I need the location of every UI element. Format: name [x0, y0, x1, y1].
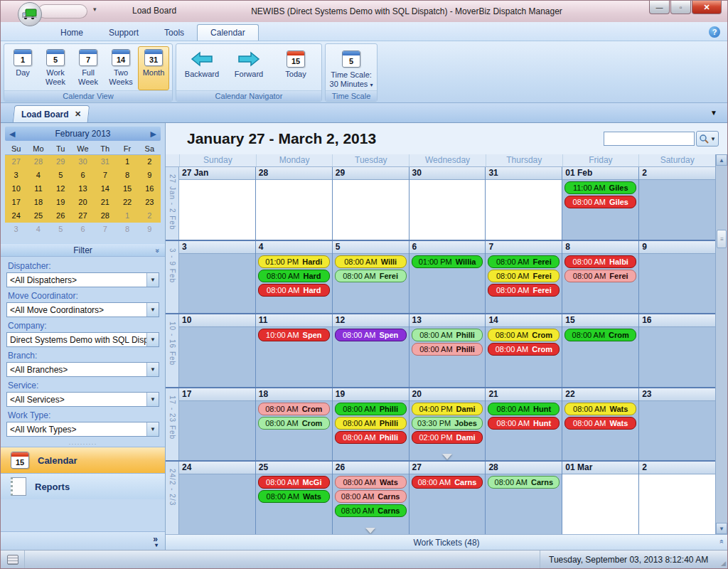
day-cell-4[interactable]: 401:00 PMHardi08:00 AMHard08:00 AMHard	[255, 241, 332, 314]
day-cell-3[interactable]: 3	[179, 241, 255, 314]
mini-date-cell[interactable]: 1	[116, 209, 138, 223]
work-ticket-event[interactable]: 08:00 AMPhilli	[335, 403, 407, 415]
mini-date-cell[interactable]: 18	[27, 196, 49, 209]
work-ticket-event[interactable]: 02:00 PMDami	[412, 431, 483, 444]
work-ticket-event[interactable]: 08:00 AMCrom	[258, 403, 330, 415]
work-ticket-event[interactable]: 08:00 AMFerei	[564, 270, 636, 282]
work-ticket-event[interactable]: 08:00 AMCrom	[488, 329, 560, 341]
tab-calendar[interactable]: Calendar	[197, 24, 259, 41]
mini-date-cell[interactable]: 15	[116, 182, 138, 196]
work-ticket-event[interactable]: 08:00 AMPhilli	[335, 431, 407, 444]
scrollbar-thumb[interactable]: ≡	[717, 230, 727, 248]
work-ticket-event[interactable]: 04:00 PMDami	[412, 403, 483, 415]
dropdown-arrow-icon[interactable]: ▼	[146, 363, 159, 376]
work-ticket-event[interactable]: 08:00 AMSpen	[335, 329, 407, 341]
load-board-tab[interactable]: Load Board ✕	[13, 105, 90, 122]
day-cell-7[interactable]: 708:00 AMFerei08:00 AMFerei08:00 AMFerei	[485, 241, 562, 314]
work-ticket-event[interactable]: 08:00 AMCarns	[412, 476, 483, 489]
mini-date-cell[interactable]: 14	[94, 182, 116, 196]
mini-date-cell[interactable]: 7	[94, 169, 116, 182]
mini-date-cell[interactable]: 22	[116, 196, 138, 209]
work-tickets-bar[interactable]: Work Tickets (48) »	[166, 534, 727, 550]
dropdown-arrow-icon[interactable]: ▼	[146, 422, 159, 436]
day-cell-13[interactable]: 1308:00 AMPhilli08:00 AMPhilli	[409, 314, 486, 387]
work-ticket-event[interactable]: 08:00 AMFerei	[488, 255, 560, 268]
mini-date-cell[interactable]: 26	[50, 209, 72, 223]
work-ticket-event[interactable]: 03:30 PMJobes	[412, 417, 483, 430]
mini-date-cell[interactable]: 23	[139, 196, 161, 209]
day-cell-28[interactable]: 2808:00 AMCarns	[485, 462, 562, 534]
expand-up-chevron-icon[interactable]: »	[718, 541, 726, 544]
work-ticket-event[interactable]: 08:00 AMWats	[564, 417, 636, 430]
work-ticket-event[interactable]: 08:00 AMHunt	[488, 403, 560, 415]
day-cell-24[interactable]: 24	[179, 462, 255, 534]
mini-date-cell[interactable]: 8	[116, 223, 138, 236]
help-icon[interactable]: ?	[709, 26, 720, 38]
day-cell-5[interactable]: 508:00 AMWilli08:00 AMFerei	[332, 241, 409, 314]
work-ticket-event[interactable]: 08:00 AMHard	[258, 270, 330, 282]
mini-date-cell[interactable]: 5	[50, 169, 72, 182]
day-cell-27-jan[interactable]: 27 Jan	[179, 167, 255, 240]
mini-next-icon[interactable]: ▶	[151, 129, 156, 139]
work-ticket-event[interactable]: 08:00 AMCarns	[488, 476, 560, 489]
day-cell-14[interactable]: 1408:00 AMCrom08:00 AMCrom	[485, 314, 562, 387]
tab-tools[interactable]: Tools	[151, 25, 197, 41]
work-ticket-event[interactable]: 08:00 AMFerei	[488, 284, 560, 297]
work-ticket-event[interactable]: 08:00 AMWilli	[335, 255, 407, 268]
mini-date-cell[interactable]: 31	[94, 155, 116, 169]
work-ticket-event[interactable]: 08:00 AMPhilli	[412, 343, 483, 356]
quick-access-chevron-icon[interactable]: ▾	[93, 6, 97, 13]
search-button[interactable]: ▼	[696, 131, 719, 147]
work-ticket-event[interactable]: 08:00 AMWats	[335, 476, 407, 489]
mini-date-cell[interactable]: 10	[5, 182, 27, 196]
work-ticket-event[interactable]: 08:00 AMHunt	[488, 417, 560, 430]
mini-date-cell[interactable]: 27	[5, 155, 27, 169]
work-ticket-event[interactable]: 08:00 AMCrom	[488, 343, 560, 356]
mini-date-cell[interactable]: 27	[72, 209, 94, 223]
nav-reports-button[interactable]: Reports	[1, 473, 165, 499]
day-cell-22[interactable]: 2208:00 AMWats08:00 AMWats	[562, 388, 638, 461]
day-cell-25[interactable]: 2508:00 AMMcGi08:00 AMWats	[255, 462, 332, 534]
day-cell-30[interactable]: 30	[409, 167, 486, 240]
work-ticket-event[interactable]: 08:00 AMHalbi	[564, 255, 636, 268]
work-ticket-event[interactable]: 08:00 AMCrom	[258, 417, 330, 430]
company-select[interactable]: Direct Systems Demo with SQL Dispatch ▼	[6, 332, 159, 347]
dropdown-arrow-icon[interactable]: ▼	[146, 303, 159, 317]
mini-date-cell[interactable]: 28	[94, 209, 116, 223]
tab-list-dropdown-icon[interactable]: ▼	[710, 109, 717, 117]
work-ticket-event[interactable]: 08:00 AMPhilli	[412, 329, 483, 341]
dispatcher-select[interactable]: <All Dispatchers> ▼	[6, 272, 159, 287]
mini-date-cell[interactable]: 2	[139, 155, 161, 169]
search-input[interactable]	[604, 132, 695, 146]
work-ticket-event[interactable]: 01:00 PMWillia	[412, 255, 483, 268]
mini-date-cell[interactable]: 17	[5, 196, 27, 209]
work-ticket-event[interactable]: 08:00 AMFerei	[335, 270, 407, 282]
vertical-scrollbar[interactable]: ▲ ≡ ▼	[715, 154, 727, 534]
app-menu-button[interactable]	[18, 2, 42, 26]
scrollbar-track[interactable]: ≡	[716, 166, 727, 523]
day-cell-01-mar[interactable]: 01 Mar	[562, 462, 638, 534]
panel-splitter[interactable]: ··········	[1, 440, 165, 447]
nav-calendar-button[interactable]: 15 Calendar	[1, 447, 165, 473]
day-cell-31[interactable]: 31	[485, 167, 562, 240]
day-cell-10[interactable]: 10	[179, 314, 255, 387]
mini-date-cell[interactable]: 13	[72, 182, 94, 196]
mini-date-cell[interactable]: 5	[50, 223, 72, 236]
work-ticket-event[interactable]: 08:00 AMWats	[258, 490, 330, 503]
scroll-up-icon[interactable]: ▲	[716, 154, 727, 166]
mini-date-cell[interactable]: 25	[27, 209, 49, 223]
dropdown-arrow-icon[interactable]: ▼	[146, 393, 159, 406]
day-cell-27[interactable]: 2708:00 AMCarns	[409, 462, 486, 534]
month-view-button[interactable]: 31 Month	[138, 46, 169, 90]
day-cell-19[interactable]: 1908:00 AMPhilli08:00 AMPhilli08:00 AMPh…	[332, 388, 409, 461]
day-cell-20[interactable]: 2004:00 PMDami03:30 PMJobes02:00 PMDami	[409, 388, 486, 461]
mini-date-cell[interactable]: 29	[50, 155, 72, 169]
day-cell-28[interactable]: 28	[255, 167, 332, 240]
dropdown-arrow-icon[interactable]: ▼	[146, 333, 159, 346]
work-ticket-event[interactable]: 08:00 AMCarns	[335, 490, 407, 503]
mini-date-cell[interactable]: 11	[27, 182, 49, 196]
day-cell-23[interactable]: 23	[638, 388, 715, 461]
day-cell-21[interactable]: 2108:00 AMHunt08:00 AMHunt	[485, 388, 562, 461]
resize-grip[interactable]: ◢	[717, 551, 727, 568]
branch-select[interactable]: <All Branches> ▼	[6, 362, 159, 377]
